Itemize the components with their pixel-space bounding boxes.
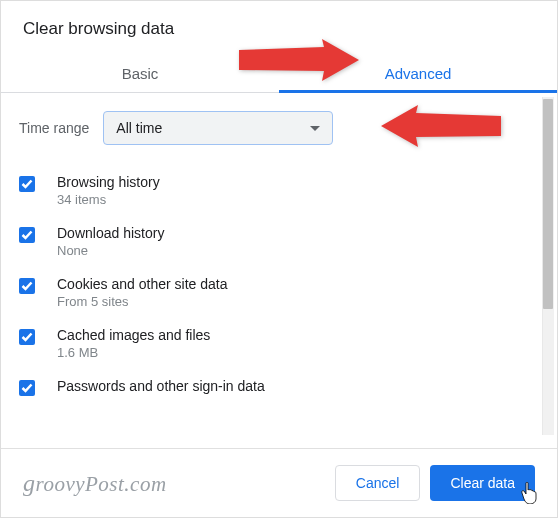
- option-browsing-history: Browsing history 34 items: [19, 165, 521, 216]
- option-sub: 34 items: [57, 192, 521, 207]
- tab-basic[interactable]: Basic: [1, 53, 279, 92]
- option-label: Cached images and files: [57, 327, 521, 343]
- option-cookies: Cookies and other site data From 5 sites: [19, 267, 521, 318]
- option-label: Cookies and other site data: [57, 276, 521, 292]
- checkbox-cached[interactable]: [19, 329, 35, 345]
- time-range-select[interactable]: All time: [103, 111, 333, 145]
- content-area: Time range All time Browsing history 34 …: [1, 93, 557, 439]
- checkbox-download-history[interactable]: [19, 227, 35, 243]
- tab-advanced[interactable]: Advanced: [279, 53, 557, 92]
- option-sub: From 5 sites: [57, 294, 521, 309]
- pointer-cursor-icon: [521, 482, 539, 504]
- time-range-value: All time: [116, 120, 162, 136]
- time-range-label: Time range: [19, 120, 89, 136]
- option-download-history: Download history None: [19, 216, 521, 267]
- time-range-row: Time range All time: [19, 111, 521, 145]
- option-cached: Cached images and files 1.6 MB: [19, 318, 521, 369]
- option-passwords: Passwords and other sign-in data: [19, 369, 521, 405]
- option-label: Passwords and other sign-in data: [57, 378, 521, 394]
- option-label: Browsing history: [57, 174, 521, 190]
- clear-data-button[interactable]: Clear data: [430, 465, 535, 501]
- watermark: groovyPost.com: [23, 470, 167, 497]
- option-sub: None: [57, 243, 521, 258]
- option-label: Download history: [57, 225, 521, 241]
- checkbox-passwords[interactable]: [19, 380, 35, 396]
- option-sub: 1.6 MB: [57, 345, 521, 360]
- clear-data-label: Clear data: [450, 475, 515, 491]
- cancel-button[interactable]: Cancel: [335, 465, 421, 501]
- dialog-title: Clear browsing data: [1, 1, 557, 53]
- scrollbar[interactable]: [542, 97, 554, 435]
- tabs: Basic Advanced: [1, 53, 557, 93]
- scrollbar-thumb[interactable]: [543, 99, 553, 309]
- checkbox-browsing-history[interactable]: [19, 176, 35, 192]
- chevron-down-icon: [310, 126, 320, 131]
- dialog-footer: groovyPost.com Cancel Clear data: [1, 448, 557, 517]
- checkbox-cookies[interactable]: [19, 278, 35, 294]
